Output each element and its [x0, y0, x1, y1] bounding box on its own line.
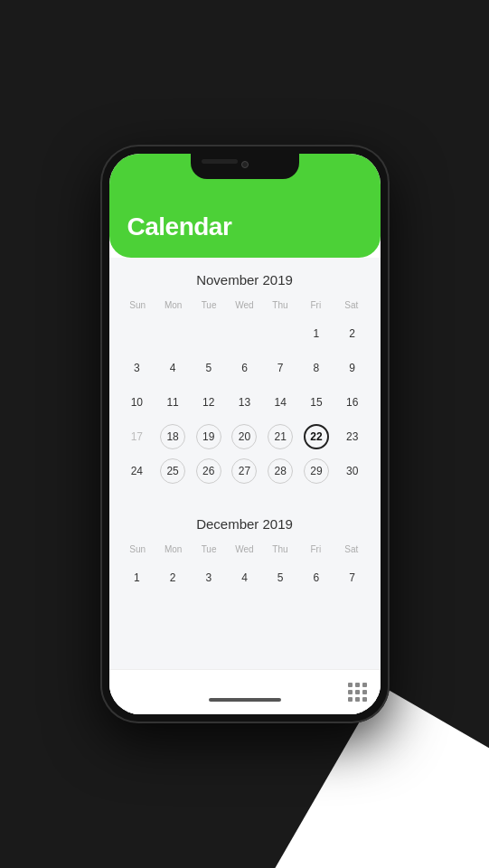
day-header-sat: Sat	[334, 297, 369, 314]
silent-button	[100, 303, 101, 344]
day-header-tue: Tue	[191, 297, 226, 314]
power-button	[389, 235, 390, 280]
dec-day-header-tue: Tue	[191, 541, 226, 558]
grid-menu-icon[interactable]	[348, 683, 366, 702]
dec-day-header-wed: Wed	[227, 541, 262, 558]
dec-day-header-sun: Sun	[120, 541, 155, 558]
day-cell-nov-15[interactable]: 15	[299, 386, 334, 419]
day-cell-nov-1[interactable]: 1	[299, 317, 334, 350]
day-cell-dec-3[interactable]: 3	[192, 561, 226, 594]
november-title: November 2019	[120, 258, 370, 297]
phone-screen: Calendar November 2019 Sun Mon Tue Wed T…	[109, 154, 381, 714]
december-title: December 2019	[120, 502, 370, 541]
day-cell-nov-30[interactable]: 30	[335, 455, 370, 487]
notch	[191, 154, 299, 179]
day-cell	[228, 317, 262, 350]
grid-dot	[348, 697, 353, 702]
december-day-headers: Sun Mon Tue Wed Thu Fri Sat	[120, 541, 370, 558]
grid-dot	[348, 690, 353, 694]
day-cell-dec-7[interactable]: 7	[335, 561, 370, 594]
day-cell	[192, 317, 226, 350]
camera	[241, 161, 249, 168]
day-cell-nov-12[interactable]: 12	[192, 386, 226, 419]
day-cell-nov-2[interactable]: 2	[335, 317, 370, 350]
day-cell-dec-6[interactable]: 6	[299, 561, 334, 594]
grid-dot	[362, 697, 367, 702]
dec-day-header-mon: Mon	[155, 541, 191, 558]
speaker	[202, 159, 238, 164]
day-header-fri: Fri	[298, 297, 334, 314]
day-cell-nov-27[interactable]: 27	[228, 455, 262, 487]
day-cell-nov-29[interactable]: 29	[299, 455, 334, 487]
day-cell-nov-6[interactable]: 6	[228, 352, 262, 384]
day-cell-nov-11[interactable]: 11	[155, 386, 190, 419]
day-cell-nov-5[interactable]: 5	[192, 352, 226, 384]
day-cell-nov-24[interactable]: 24	[120, 455, 155, 487]
day-cell-nov-16[interactable]: 16	[335, 386, 370, 419]
november-section: November 2019 Sun Mon Tue Wed Thu Fri Sa…	[120, 258, 370, 496]
day-cell-nov-13[interactable]: 13	[228, 386, 262, 419]
day-cell-nov-22[interactable]: 22	[299, 420, 334, 453]
day-cell-nov-3[interactable]: 3	[120, 352, 155, 384]
day-header-wed: Wed	[227, 297, 262, 314]
day-cell-nov-17[interactable]: 17	[120, 420, 155, 453]
volume-up-button	[100, 217, 101, 244]
day-header-thu: Thu	[262, 297, 297, 314]
day-cell-nov-4[interactable]: 4	[155, 352, 190, 384]
day-cell-dec-1[interactable]: 1	[120, 561, 155, 594]
day-cell	[155, 317, 190, 350]
day-cell-nov-9[interactable]: 9	[335, 352, 370, 384]
phone-frame: Calendar November 2019 Sun Mon Tue Wed T…	[100, 145, 390, 723]
day-cell-nov-25[interactable]: 25	[155, 455, 190, 487]
grid-dot	[362, 683, 367, 687]
december-grid: 1 2 3 4 5 6 7	[120, 561, 370, 594]
day-cell	[120, 317, 155, 350]
day-cell	[263, 317, 297, 350]
grid-dot	[348, 683, 353, 687]
day-cell-nov-19[interactable]: 19	[192, 420, 226, 453]
day-cell-dec-4[interactable]: 4	[228, 561, 262, 594]
dec-day-header-thu: Thu	[262, 541, 297, 558]
day-header-sun: Sun	[120, 297, 155, 314]
day-cell-nov-23[interactable]: 23	[335, 420, 370, 453]
day-cell-dec-5[interactable]: 5	[263, 561, 297, 594]
grid-dot	[362, 690, 367, 694]
day-cell-nov-7[interactable]: 7	[263, 352, 297, 384]
day-cell-nov-26[interactable]: 26	[192, 455, 226, 487]
grid-dot	[355, 683, 360, 687]
day-cell-dec-2[interactable]: 2	[155, 561, 190, 594]
november-day-headers: Sun Mon Tue Wed Thu Fri Sat	[120, 297, 370, 314]
dec-day-header-sat: Sat	[334, 541, 369, 558]
day-cell-nov-14[interactable]: 14	[263, 386, 297, 419]
day-header-mon: Mon	[155, 297, 191, 314]
home-bar	[209, 698, 281, 702]
day-cell-nov-18[interactable]: 18	[155, 420, 190, 453]
day-cell-nov-10[interactable]: 10	[120, 386, 155, 419]
dec-day-header-fri: Fri	[298, 541, 334, 558]
day-cell-nov-21[interactable]: 21	[263, 420, 297, 453]
day-cell-nov-28[interactable]: 28	[263, 455, 297, 487]
grid-dot	[355, 690, 360, 694]
app-title: Calendar	[127, 212, 232, 241]
bottom-bar	[109, 669, 381, 714]
november-grid: 1 2 3 4 5 6 7 8 9 10 11 12 13 14 15	[120, 317, 370, 487]
day-cell-nov-20[interactable]: 20	[228, 420, 262, 453]
volume-down-button	[100, 253, 101, 294]
december-section: December 2019 Sun Mon Tue Wed Thu Fri Sa…	[120, 502, 370, 603]
day-cell-nov-8[interactable]: 8	[299, 352, 334, 384]
calendar-body[interactable]: November 2019 Sun Mon Tue Wed Thu Fri Sa…	[109, 258, 381, 714]
grid-dot	[355, 697, 360, 702]
